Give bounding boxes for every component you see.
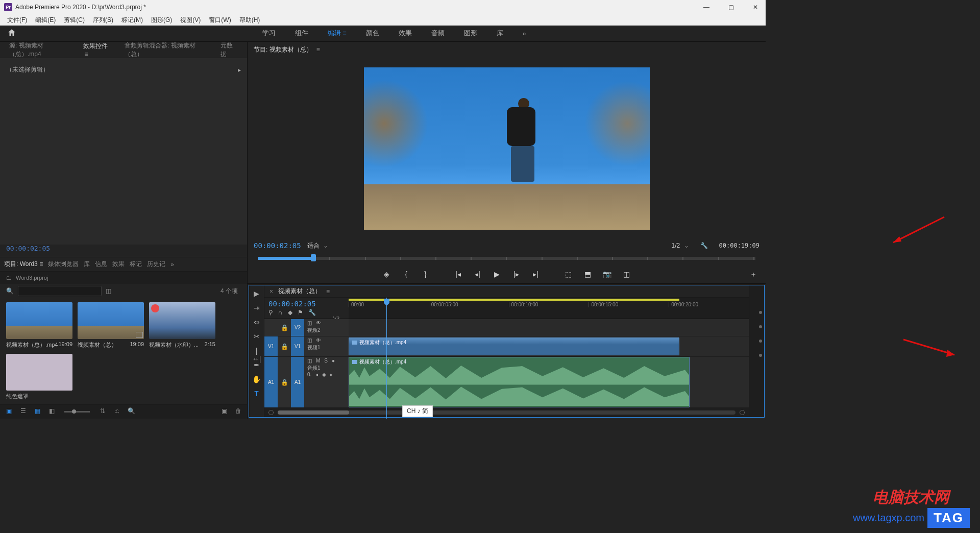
sequence-tab[interactable]: 视频素材（总） xyxy=(278,287,321,296)
tab-overflow[interactable]: » xyxy=(170,261,174,268)
slip-tool-icon[interactable]: |↔| xyxy=(252,347,262,357)
menu-markers[interactable]: 标记(M) xyxy=(118,15,146,26)
sort-icon[interactable]: ⇅ xyxy=(98,407,107,417)
tab-markers[interactable]: 标记 xyxy=(130,260,142,269)
icon-view-icon[interactable]: ▦ xyxy=(33,407,42,417)
workspace-editing[interactable]: 编辑 ≡ xyxy=(318,25,356,43)
timeline-ruler[interactable]: 00:00 00:00:05:00 00:00:10:00 00:00:15:0… xyxy=(349,298,749,319)
video-clip[interactable]: 视频素材（总）.mp4 xyxy=(349,337,679,355)
auto-sequence-icon[interactable]: ⎌ xyxy=(112,407,121,417)
menu-sequence[interactable]: 序列(S) xyxy=(90,15,116,26)
step-forward-icon[interactable]: |▸ xyxy=(510,268,523,280)
selection-tool-icon[interactable]: ▶ xyxy=(252,289,262,300)
menu-clip[interactable]: 剪辑(C) xyxy=(61,15,88,26)
freeform-view-icon[interactable]: ◧ xyxy=(47,407,56,417)
home-button[interactable] xyxy=(0,28,23,39)
ripple-edit-tool-icon[interactable]: ⇔ xyxy=(252,318,262,328)
timeline-zoom-scroll[interactable] xyxy=(264,408,749,417)
lock-icon[interactable]: 🔒 xyxy=(278,319,291,336)
menu-help[interactable]: 帮助(H) xyxy=(236,15,263,26)
tab-history[interactable]: 历史记 xyxy=(147,260,165,269)
project-item[interactable]: 视频素材（水印）...2:15 xyxy=(149,302,215,349)
menu-file[interactable]: 文件(F) xyxy=(4,15,30,26)
linked-selection-icon[interactable]: ∩ xyxy=(278,309,283,316)
resolution-dropdown[interactable]: 1/2 ⌄ xyxy=(671,242,689,249)
breadcrumb[interactable]: Word3.prproj xyxy=(16,275,48,281)
go-to-in-icon[interactable]: |◂ xyxy=(452,268,464,280)
prev-keyframe-icon[interactable]: ◂ xyxy=(315,372,318,377)
button-editor-icon[interactable]: ＋ xyxy=(747,268,760,280)
menu-view[interactable]: 视图(V) xyxy=(177,15,204,26)
track-target-v1[interactable]: V1 xyxy=(291,336,304,356)
add-marker-icon-tl[interactable]: ◆ xyxy=(288,309,292,316)
timeline-display-icon[interactable]: ⚑ xyxy=(298,309,303,316)
add-keyframe-icon[interactable]: ◆ xyxy=(322,372,326,377)
voice-over-icon[interactable]: ● xyxy=(332,358,335,364)
tab-info[interactable]: 信息 xyxy=(95,260,107,269)
workspace-libraries[interactable]: 库 xyxy=(487,25,512,43)
track-target-v2[interactable]: V2 xyxy=(291,319,304,336)
trash-icon[interactable]: 🗑 xyxy=(234,407,243,417)
filter-icon[interactable]: ◫ xyxy=(106,287,111,295)
go-to-out-icon[interactable]: ▸| xyxy=(530,268,542,280)
maximize-button[interactable]: ▢ xyxy=(725,4,737,11)
timeline-timecode[interactable]: 00:00:02:05 xyxy=(268,300,345,308)
lock-icon[interactable]: 🔒 xyxy=(278,336,291,356)
project-item[interactable]: 视频素材（总）.mp419:09 xyxy=(6,302,72,349)
workspace-overflow[interactable]: » xyxy=(512,30,536,37)
workspace-assembly[interactable]: 组件 xyxy=(286,25,317,43)
project-item[interactable]: 纯色遮罩 xyxy=(6,354,72,400)
type-tool-icon[interactable]: T xyxy=(252,390,262,400)
hand-tool-icon[interactable]: ✋ xyxy=(252,375,262,385)
tab-effect-controls[interactable]: 效果控件 ≡ xyxy=(78,39,117,61)
eye-icon[interactable]: 👁 xyxy=(316,320,321,326)
export-frame-icon[interactable]: 📷 xyxy=(601,268,614,280)
audio-clip[interactable]: 视频素材（总）.mp4 xyxy=(349,357,690,407)
mark-in-icon[interactable]: { xyxy=(400,268,412,280)
tab-effects[interactable]: 效果 xyxy=(112,260,125,269)
lift-icon[interactable]: ⬚ xyxy=(562,268,575,280)
workspace-graphics[interactable]: 图形 xyxy=(455,25,486,43)
new-bin-icon[interactable]: ▣ xyxy=(4,407,13,417)
next-keyframe-icon[interactable]: ▸ xyxy=(330,372,333,377)
tab-project[interactable]: 项目: Word3 ≡ xyxy=(4,260,43,269)
workspace-color[interactable]: 颜色 xyxy=(357,25,388,43)
comparison-icon[interactable]: ◫ xyxy=(621,268,633,280)
toggle-output-icon[interactable]: ◫ xyxy=(307,358,312,364)
tab-media-browser[interactable]: 媒体浏览器 xyxy=(48,260,79,269)
track-target-a1[interactable]: A1 xyxy=(291,357,304,407)
new-item-icon[interactable]: ▣ xyxy=(219,407,229,417)
track-select-tool-icon[interactable]: ⇥ xyxy=(252,304,262,314)
project-item[interactable]: 视频素材（总）19:09 xyxy=(78,302,144,349)
workspace-audio[interactable]: 音频 xyxy=(422,25,454,43)
toggle-output-icon[interactable]: ◫ xyxy=(307,320,312,326)
source-patch-v1[interactable]: V1 xyxy=(264,336,278,356)
project-search-input[interactable] xyxy=(18,286,102,296)
source-patch-a1[interactable]: A1 xyxy=(264,357,278,407)
chevron-right-icon[interactable]: ▸ xyxy=(238,66,241,74)
close-button[interactable]: ✕ xyxy=(749,4,762,11)
lock-icon[interactable]: 🔒 xyxy=(278,357,291,407)
add-marker-icon[interactable]: ◈ xyxy=(381,268,393,280)
minimize-button[interactable]: — xyxy=(700,4,713,11)
pen-tool-icon[interactable]: ✒ xyxy=(252,361,262,371)
extract-icon[interactable]: ⬒ xyxy=(582,268,594,280)
list-view-icon[interactable]: ☰ xyxy=(18,407,28,417)
wrench-settings-icon[interactable]: 🔧 xyxy=(308,309,316,316)
workspace-effects[interactable]: 效果 xyxy=(389,25,421,43)
menu-edit[interactable]: 编辑(E) xyxy=(32,15,59,26)
razor-tool-icon[interactable]: ✂ xyxy=(252,332,262,343)
toggle-output-icon[interactable]: ◫ xyxy=(307,337,312,343)
program-timecode[interactable]: 00:00:02:05 xyxy=(254,241,301,250)
eye-icon[interactable]: 👁 xyxy=(316,337,321,343)
menu-window[interactable]: 窗口(W) xyxy=(206,15,234,26)
source-timecode[interactable]: 00:00:02:05 xyxy=(0,245,247,257)
tab-libraries[interactable]: 库 xyxy=(84,260,90,269)
play-icon[interactable]: ▶ xyxy=(491,268,503,280)
menu-graphics[interactable]: 图形(G) xyxy=(148,15,175,26)
fit-dropdown[interactable]: 适合 ⌄ xyxy=(307,241,328,250)
settings-icon[interactable]: 🔧 xyxy=(700,242,708,249)
find-icon[interactable]: 🔍 xyxy=(127,407,136,417)
thumbnail-size-slider[interactable] xyxy=(64,411,90,413)
mark-out-icon[interactable]: } xyxy=(420,268,432,280)
